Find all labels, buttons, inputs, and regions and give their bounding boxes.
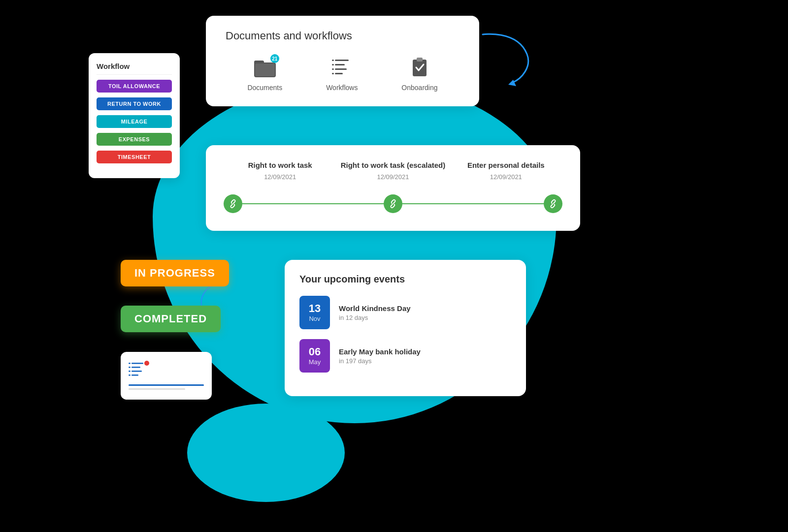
docs-icons-row: 21 Documents [226,56,460,92]
workflow-item-timesheet[interactable]: TIMESHEET [97,151,172,163]
task-item-3: Enter personal details 12/09/2021 [450,161,562,181]
event-1-month: Nov [309,315,320,322]
timeline-dot-2[interactable] [384,194,402,213]
status-in-progress-badge: IN PROGRESS [121,260,229,286]
task-1-name: Right to work task [224,161,336,169]
workflow-item-toil[interactable]: TOIL ALLOWANCE [97,80,172,93]
event-2-countdown: in 197 days [339,357,421,365]
event-1-info: World Kindness Day in 12 days [339,304,411,321]
status-completed-badge: COMPLETED [121,306,221,332]
mini-wf-lines [129,384,204,390]
doc-item-documents[interactable]: 21 Documents [247,56,282,92]
svg-rect-10 [332,73,334,74]
event-date-box-2: 06 May [299,339,330,373]
onboarding-label: Onboarding [401,84,437,92]
svg-rect-12 [417,58,423,62]
clipboard-check-icon [410,58,429,77]
svg-rect-20 [131,367,140,368]
svg-rect-22 [131,371,142,372]
events-card: Your upcoming events 13 Nov World Kindne… [285,260,526,396]
workflow-card: Workflow TOIL ALLOWANCE RETURN TO WORK M… [89,53,180,178]
docs-workflows-card: Documents and workflows 21 Documents [206,16,479,106]
event-2-month: May [309,358,321,366]
onboarding-icon-wrap [407,56,432,79]
svg-line-15 [392,203,394,205]
workflow-card-title: Workflow [97,62,172,75]
svg-rect-3 [335,60,349,61]
workflows-label: Workflows [326,84,358,92]
mini-workflows-icon [129,362,146,376]
mini-workflow-card [121,352,212,400]
svg-rect-24 [131,375,138,376]
timeline-dot-3[interactable] [544,194,562,213]
svg-line-14 [232,203,234,205]
svg-rect-18 [131,363,143,364]
task-item-1: Right to work task 12/09/2021 [224,161,336,181]
mini-workflow-icon-wrap [129,362,146,378]
task-timeline [224,194,562,213]
completed-label: COMPLETED [134,313,207,325]
documents-label: Documents [247,84,282,92]
svg-rect-8 [332,68,334,70]
svg-rect-23 [129,371,131,372]
event-2-name: Early May bank holiday [339,347,421,356]
workflow-item-mileage[interactable]: MILEAGE [97,115,172,128]
workflows-icon [331,58,353,77]
in-progress-label: IN PROGRESS [134,267,215,279]
tasks-card: Right to work task 12/09/2021 Right to w… [206,145,580,231]
event-date-box-1: 13 Nov [299,296,330,329]
mini-line-1 [129,384,204,386]
event-item-1: 13 Nov World Kindness Day in 12 days [299,296,511,329]
workflows-icon-wrap [329,56,354,79]
event-2-day: 06 [309,346,321,358]
link-icon-2 [389,199,397,208]
svg-rect-25 [129,375,131,376]
link-icon-1 [229,199,237,208]
workflow-item-return[interactable]: RETURN TO WORK [97,97,172,110]
task-3-date: 12/09/2021 [450,173,562,181]
svg-rect-5 [335,64,345,65]
event-item-2: 06 May Early May bank holiday in 197 day… [299,339,511,373]
svg-rect-21 [129,367,131,368]
timeline-dot-1[interactable] [224,194,242,213]
svg-line-16 [552,203,555,205]
task-2-date: 12/09/2021 [336,173,449,181]
doc-item-onboarding[interactable]: Onboarding [401,56,437,92]
task-1-date: 12/09/2021 [224,173,336,181]
task-2-name: Right to work task (escalated) [336,161,449,169]
task-item-2: Right to work task (escalated) 12/09/202… [336,161,449,181]
tasks-row: Right to work task 12/09/2021 Right to w… [224,161,562,181]
svg-rect-9 [335,73,343,74]
mini-badge-dot [144,361,149,366]
docs-card-title: Documents and workflows [226,30,460,42]
svg-rect-4 [332,60,334,61]
event-1-countdown: in 12 days [339,314,411,321]
link-icon-3 [549,199,558,208]
svg-rect-2 [255,63,275,76]
documents-badge: 21 [270,54,279,63]
task-3-name: Enter personal details [450,161,562,169]
documents-icon-wrap: 21 [253,56,277,79]
event-2-info: Early May bank holiday in 197 days [339,347,421,365]
event-1-name: World Kindness Day [339,304,411,313]
workflow-item-expenses[interactable]: EXPENSES [97,133,172,146]
doc-item-workflows[interactable]: Workflows [326,56,358,92]
svg-rect-19 [129,363,131,364]
background-blob-bottom [187,404,345,502]
event-1-day: 13 [309,303,321,314]
svg-rect-6 [332,64,334,65]
svg-rect-7 [335,68,347,70]
arrow-top-right [478,25,542,91]
mini-line-2 [129,388,185,390]
svg-rect-11 [413,60,427,76]
events-card-title: Your upcoming events [299,274,511,285]
